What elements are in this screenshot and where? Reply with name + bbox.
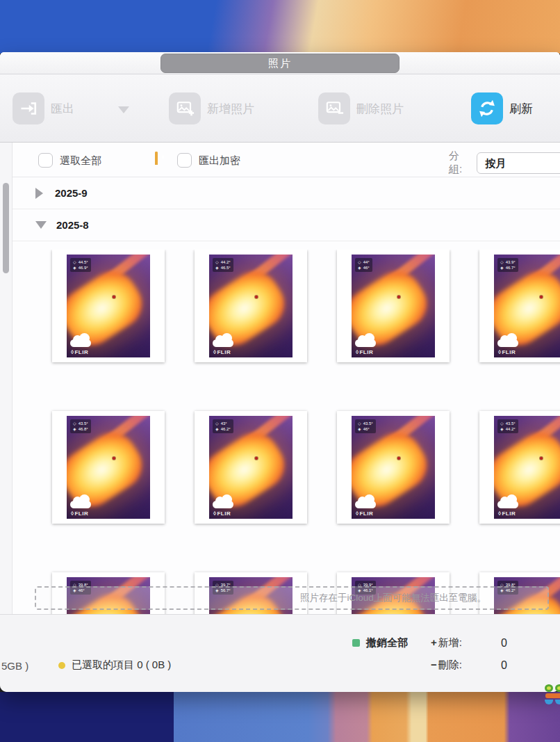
group-row-2025-9[interactable]: 2025-9 [13,177,560,209]
temp-value: 46° [363,265,370,271]
refresh-button[interactable]: 刷新 [471,74,533,143]
flir-logo: ◊FLIR [356,349,373,355]
temperature-readout: ◇44° ◈46° [355,258,372,272]
temp-marker-icon: ◈ [215,265,219,271]
export-encrypt-checkbox[interactable] [177,153,192,168]
flir-text: FLIR [217,349,231,355]
flir-diamond-icon: ◊ [213,349,216,355]
app-window: 照片 匯出 新增照片 刪除照片 刷新 [0,52,560,692]
temp-value: 44° [363,259,370,265]
temp-marker-icon: ◇ [73,421,76,426]
deleted-label: 刪除: [438,659,462,670]
flir-diamond-icon: ◊ [498,510,501,517]
corner-sticker [536,684,560,706]
thermal-image: ◇43.5° ◈46° ◊FLIR [352,416,435,519]
temp-value: 44.2° [221,259,231,265]
temperature-readout: ◇43.5° ◈46° [355,419,376,433]
temperature-readout: ◇44.2° ◈46.5° [213,258,233,272]
group-row-2025-8[interactable]: 2025-8 [13,209,560,241]
temperature-readout: ◇43° ◈46.2° [213,419,233,433]
flir-diamond-icon: ◊ [356,510,359,517]
temp-marker-icon: ◇ [73,259,76,265]
export-label: 匯出 [51,101,74,117]
disclosure-collapsed-icon[interactable] [35,188,43,199]
icloud-hint-overlay: 照片存在于iCloud上面可能無法匯出至電腦。 [35,586,549,610]
flir-diamond-icon: ◊ [71,349,74,355]
undo-square-icon [352,639,360,647]
content-area: 選取全部 匯出加密 分組: 按月 2025-9 2025-8 [0,143,560,614]
added-label: 新增: [438,636,462,648]
icloud-icon [355,334,376,347]
undo-all-button[interactable]: 撤銷全部 [352,636,408,650]
export-dropdown-caret-icon[interactable] [118,106,129,113]
group-by-select[interactable]: 按月 [477,152,560,174]
desktop-wallpaper-bottom [0,692,560,742]
tab-photos[interactable]: 照片 [160,54,400,73]
temp-marker-icon: ◈ [500,426,504,432]
thermal-image: ◇43° ◈46.2° ◊FLIR [209,416,293,519]
thermal-image: ◇44° ◈46° ◊FLIR [352,255,435,357]
disclosure-expanded-icon[interactable] [35,221,47,229]
photo-thumbnail[interactable]: ◇44° ◈46° ◊FLIR [337,250,450,362]
refresh-icon [471,92,503,124]
export-button[interactable]: 匯出 [13,74,74,143]
photo-thumbnail[interactable]: ◇44.5° ◈46.9° ◊FLIR [52,250,165,362]
thermal-image: ◇43.5° ◈46.8° ◊FLIR [67,416,150,519]
add-photos-button[interactable]: 新增照片 [169,74,254,143]
flir-text: FLIR [502,349,516,355]
icloud-icon [497,334,518,347]
photo-thumbnail[interactable]: ◇43.5° ◈44.2° ◊FLIR [479,411,560,524]
status-bar: 5GB ) 已選取的項目 0 ( 0B ) 撤銷全部 +新增: 0 −刪除: 0 [0,614,560,692]
select-all-checkbox[interactable] [38,153,53,168]
flir-logo: ◊FLIR [71,349,88,355]
temp-marker-icon: ◈ [500,265,504,271]
temp-value: 43.5° [79,421,88,426]
minus-icon: − [431,659,437,670]
flir-logo: ◊FLIR [356,510,373,517]
desktop-wallpaper-top [0,0,560,54]
flir-text: FLIR [359,510,373,517]
group-title: 2025-9 [55,187,88,199]
add-photo-icon [169,92,201,124]
temp-marker-icon: ◇ [215,421,219,426]
temp-marker-icon: ◇ [358,259,361,265]
temp-value: 44.5° [79,259,88,265]
flir-logo: ◊FLIR [71,510,88,517]
temperature-readout: ◇43.9° ◈46.7° [497,258,518,272]
temp-marker-icon: ◇ [500,259,504,265]
temp-value: 46.7° [506,265,516,271]
temp-marker-icon: ◈ [73,265,76,271]
temperature-readout: ◇44.5° ◈46.9° [70,258,91,272]
vertical-scrollbar[interactable] [3,183,9,273]
icloud-icon [213,334,233,347]
delete-photo-icon [318,92,350,124]
icloud-icon [355,495,376,508]
delete-photos-button[interactable]: 刪除照片 [318,74,404,143]
undo-all-label: 撤銷全部 [366,636,408,650]
temp-value: 43.5° [363,421,373,426]
temp-marker-icon: ◈ [358,265,361,271]
temp-value: 44.2° [506,426,516,432]
temp-value: 46.9° [79,265,88,271]
flir-text: FLIR [359,349,373,355]
flir-text: FLIR [74,510,88,517]
flir-logo: ◊FLIR [498,510,516,517]
flir-logo: ◊FLIR [213,510,231,517]
photo-thumbnail[interactable]: ◇44.2° ◈46.5° ◊FLIR [195,250,307,362]
temp-value: 43.9° [506,259,516,265]
deleted-count: 0 [501,659,507,672]
group-title: 2025-8 [56,219,89,231]
photo-thumbnail[interactable]: ◇43.9° ◈46.7° ◊FLIR [479,250,560,362]
add-photos-label: 新增照片 [207,101,254,117]
temp-marker-icon: ◇ [500,421,504,426]
temp-value: 43° [221,421,227,426]
icloud-icon [497,495,518,508]
photo-thumbnail[interactable]: ◇43° ◈46.2° ◊FLIR [195,411,307,524]
photo-thumbnail[interactable]: ◇43.5° ◈46.8° ◊FLIR [52,411,165,524]
select-all-label: 選取全部 [60,154,101,168]
flir-diamond-icon: ◊ [356,349,359,355]
icloud-icon [70,495,91,508]
temp-value: 43.5° [506,421,516,426]
photo-thumbnail[interactable]: ◇43.5° ◈46° ◊FLIR [337,411,450,524]
toolbar: 匯出 新增照片 刪除照片 刷新 [0,74,560,143]
